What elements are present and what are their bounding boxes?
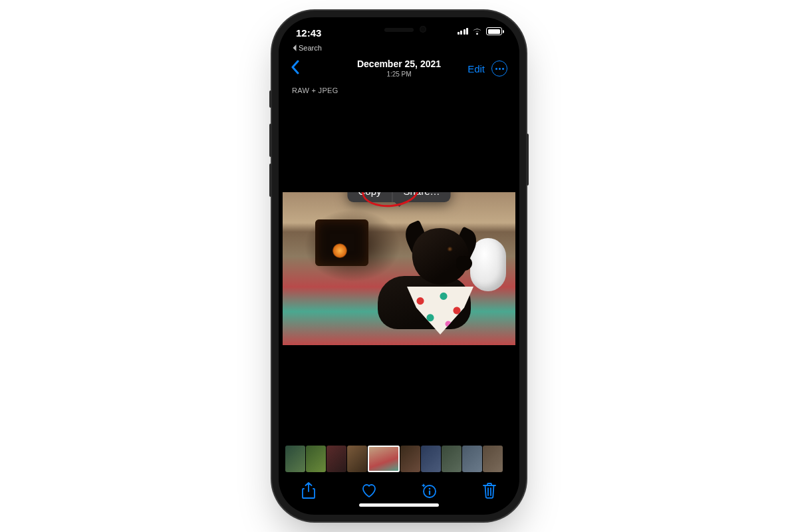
status-indicators xyxy=(458,27,503,35)
mute-switch xyxy=(269,90,272,108)
thumbnail[interactable] xyxy=(421,446,441,472)
breadcrumb-back[interactable]: Search xyxy=(283,44,515,55)
screen: 12:43 Search Dec xyxy=(283,21,515,511)
thumbnail[interactable] xyxy=(462,446,482,472)
cellular-signal-icon xyxy=(458,28,469,35)
battery-icon xyxy=(486,27,502,35)
edit-button[interactable]: Edit xyxy=(467,63,485,74)
more-button[interactable] xyxy=(491,61,507,76)
chevron-left-icon xyxy=(291,60,300,74)
photo-time: 1:25 PM xyxy=(357,70,441,78)
thumbnail-selected[interactable] xyxy=(368,446,400,472)
photo-viewer[interactable]: Copy Share… xyxy=(283,94,515,443)
context-menu: Copy Share… xyxy=(347,192,450,202)
status-time: 12:43 xyxy=(296,27,321,39)
thumbnail[interactable] xyxy=(306,446,326,472)
power-button xyxy=(526,134,529,186)
thumbnail[interactable] xyxy=(442,446,462,472)
chevron-left-icon xyxy=(292,45,297,51)
volume-down-button xyxy=(269,164,272,197)
svg-rect-2 xyxy=(429,490,430,495)
volume-up-button xyxy=(269,124,272,157)
home-indicator[interactable] xyxy=(359,503,439,507)
thumbnail[interactable] xyxy=(400,446,420,472)
nav-bar: December 25, 2021 1:25 PM Edit xyxy=(283,55,515,82)
thumbnail[interactable] xyxy=(483,446,503,472)
share-button[interactable] xyxy=(300,482,317,499)
wifi-icon xyxy=(471,27,483,35)
heart-icon xyxy=(360,483,378,499)
nav-title: December 25, 2021 1:25 PM xyxy=(357,59,441,77)
notch xyxy=(349,21,449,40)
info-button[interactable] xyxy=(420,482,438,499)
delete-button[interactable] xyxy=(481,482,498,499)
ellipsis-icon xyxy=(495,68,504,70)
thumbnail[interactable] xyxy=(327,446,346,472)
iphone-device-frame: 12:43 Search Dec xyxy=(279,17,519,515)
favorite-button[interactable] xyxy=(360,482,378,499)
info-sparkle-icon xyxy=(420,482,438,499)
share-button[interactable]: Share… xyxy=(393,192,451,202)
share-icon xyxy=(301,482,316,499)
format-badge: RAW + JPEG xyxy=(283,82,515,94)
thumbnail-strip[interactable] xyxy=(283,443,515,475)
svg-point-1 xyxy=(429,488,431,490)
breadcrumb-label: Search xyxy=(299,44,322,52)
thumbnail[interactable] xyxy=(347,446,367,472)
trash-icon xyxy=(482,482,497,499)
photo-content: Copy Share… xyxy=(283,192,515,345)
copy-button[interactable]: Copy xyxy=(347,192,392,202)
thumbnail[interactable] xyxy=(285,446,305,472)
photo-date: December 25, 2021 xyxy=(357,59,441,69)
back-button[interactable] xyxy=(291,60,300,77)
